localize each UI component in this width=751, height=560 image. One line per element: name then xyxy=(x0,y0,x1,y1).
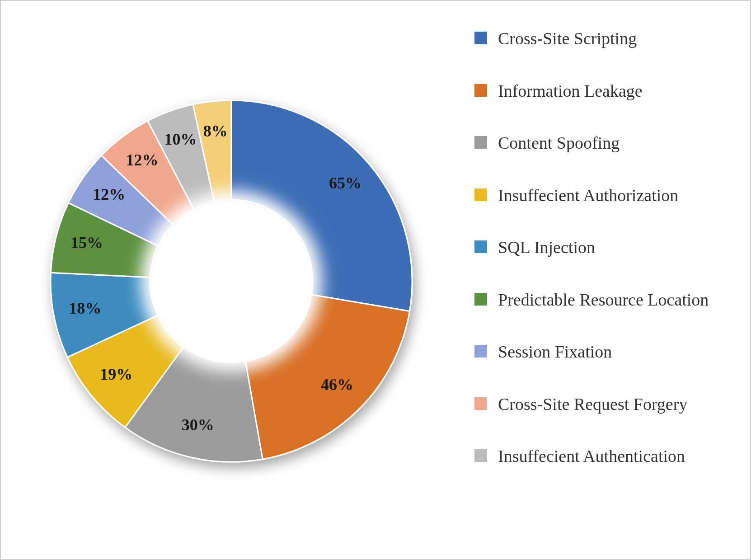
legend-swatch xyxy=(474,449,487,462)
slice-label: 30% xyxy=(182,416,214,434)
slice-label: 18% xyxy=(69,299,101,317)
legend-label: SQL Injection xyxy=(498,237,728,259)
legend-item: Session Fixation xyxy=(474,341,728,363)
legend-label: Information Leakage xyxy=(498,80,728,102)
legend-label: Cross-Site Request Forgery xyxy=(498,394,728,415)
legend: Cross-Site ScriptingInformation LeakageC… xyxy=(474,28,728,498)
legend-item: Insuffecient Authorization xyxy=(474,185,728,207)
slice-label: 65% xyxy=(329,174,361,192)
legend-swatch xyxy=(474,397,487,410)
legend-label: Insuffecient Authorization xyxy=(498,185,728,207)
slice-label: 15% xyxy=(70,234,103,252)
legend-item: SQL Injection xyxy=(474,237,728,259)
legend-item: Predictable Resource Location xyxy=(474,289,728,311)
slice-label: 10% xyxy=(164,130,197,148)
slice-label: 8% xyxy=(203,122,228,140)
legend-label: Insuffecient Authentication xyxy=(498,446,728,467)
chart-frame: 65%46%30%19%18%15%12%12%10%8% Cross-Site… xyxy=(0,0,751,560)
legend-item: Information Leakage xyxy=(474,80,728,102)
legend-label: Cross-Site Scripting xyxy=(498,28,728,50)
legend-swatch xyxy=(474,345,487,358)
legend-swatch xyxy=(474,32,487,44)
legend-item: Cross-Site Request Forgery xyxy=(474,394,728,415)
slice-label: 19% xyxy=(100,365,132,383)
legend-swatch xyxy=(474,188,487,201)
legend-item: Content Spoofing xyxy=(474,132,728,154)
slice-label: 12% xyxy=(126,151,158,169)
donut-chart: 65%46%30%19%18%15%12%12%10%8% xyxy=(28,46,435,498)
legend-label: Session Fixation xyxy=(498,341,728,363)
legend-swatch xyxy=(474,84,487,97)
legend-label: Predictable Resource Location xyxy=(498,289,728,311)
legend-swatch xyxy=(474,293,487,306)
legend-item: Cross-Site Scripting xyxy=(474,28,728,50)
legend-swatch xyxy=(474,240,487,253)
donut-hole xyxy=(152,202,311,361)
legend-swatch xyxy=(474,136,487,149)
slice-label: 46% xyxy=(321,376,353,394)
slice-label: 12% xyxy=(93,185,125,203)
legend-label: Content Spoofing xyxy=(498,132,728,154)
legend-item: Insuffecient Authentication xyxy=(474,446,728,467)
